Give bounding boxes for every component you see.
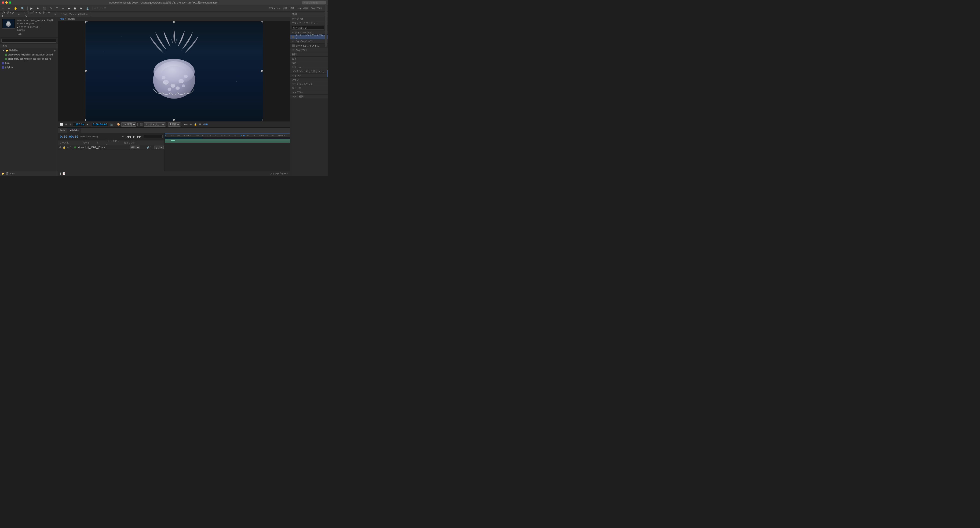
pb-next[interactable]: ▶▶ (137, 135, 142, 138)
turbulent-noise-item[interactable]: ターピュレントノイズ (290, 43, 328, 48)
effects-presets-section[interactable]: エフェクト＆プリセット ≡ (290, 21, 328, 25)
pb-prev[interactable]: ◀◀ (126, 135, 132, 138)
tool1[interactable]: ⬛ (42, 6, 47, 11)
layer-solo-toggle[interactable]: ◎ (67, 146, 69, 149)
home-btn[interactable]: ⌂ (2, 6, 5, 11)
mask-interp-section[interactable]: マスク補間 (290, 95, 328, 99)
tool2[interactable]: ✎ (49, 6, 53, 11)
tool5[interactable]: ◆ (67, 6, 71, 11)
viewer-btn2[interactable]: ⊕ (189, 123, 192, 126)
breadcrumb-holo[interactable]: holo (60, 17, 64, 20)
layer-eye-toggle[interactable]: 👁 (59, 146, 62, 149)
pb-goto-start[interactable]: ⏮ (121, 135, 125, 138)
project-search-input[interactable] (2, 39, 56, 43)
tool3[interactable]: T (55, 6, 59, 11)
tool8[interactable]: ⚓ (85, 6, 90, 11)
channel-select[interactable]: 1 画面 (169, 122, 180, 127)
maximize-button[interactable] (9, 2, 11, 4)
viewer-btn1[interactable]: ⟺ (183, 123, 188, 126)
minimize-button[interactable] (5, 2, 8, 4)
motion-sketch-section[interactable]: モーションスケッチ (290, 82, 328, 86)
viewer-grid-btn[interactable]: ⊞ (65, 123, 68, 126)
layer-clip-bar[interactable] (165, 139, 290, 143)
align-section[interactable]: 整列 (290, 52, 328, 57)
record-btn[interactable]: ⏺ (35, 6, 40, 11)
viewer-fit-btn[interactable]: ⬜ (59, 123, 64, 126)
handle-bl[interactable] (85, 119, 88, 121)
tree-item-jellyfish-file[interactable]: videoblocks-jellyfish-in-an-aquarium-on-… (0, 52, 58, 57)
effects-search-input[interactable] (292, 26, 324, 30)
comp-tab-composition[interactable]: コンポジション jellyfish ≡ (58, 12, 90, 17)
tl-graph-editor[interactable]: 📈 (62, 172, 65, 175)
tl-add-keyframe[interactable]: ⧫ (60, 172, 61, 175)
left-panel: プロジェクト ≡ エフェクトコントロール ▼ videoblocks....10… (0, 12, 58, 176)
noise-grain-section[interactable]: ▼ ノイズ＆グレイン (290, 39, 328, 43)
handle-mb[interactable] (173, 119, 175, 121)
back-btn[interactable]: ↩ (7, 6, 11, 11)
smoother-section[interactable]: スムーザー (290, 86, 328, 90)
handle-tl[interactable] (85, 21, 88, 24)
viewer-btn3[interactable]: 🔒 (193, 123, 197, 126)
tree-item-footage[interactable]: ▼ 📁 映像素材 ▶ (0, 48, 58, 52)
play-btn[interactable]: ▶ (30, 6, 33, 11)
tool4[interactable]: ✏ (61, 6, 65, 11)
cc-library-section[interactable]: CC ライブラリ (290, 48, 328, 52)
viewer-timecode[interactable]: 0:00:00:00 (92, 122, 108, 126)
layer-mode-select[interactable]: 通常 (130, 146, 140, 149)
viewer-safe-btn[interactable]: ⊡ (69, 123, 72, 126)
project-menu-icon[interactable]: ≡ (18, 13, 19, 16)
layer-lock-toggle[interactable]: 🔒 (63, 146, 65, 149)
new-folder-btn[interactable]: 📁 (2, 172, 4, 175)
tracker-section[interactable]: トラッカー (290, 65, 328, 69)
viewer-toggle-btn[interactable]: ⬛ (139, 123, 143, 126)
tool7[interactable]: ✤ (79, 6, 83, 11)
tl-tab-holo[interactable]: holo (58, 128, 67, 133)
zoom-tool[interactable]: 🔍 (20, 6, 25, 11)
brush-section[interactable]: ブラシ (290, 78, 328, 82)
handle-br[interactable] (261, 119, 263, 121)
tree-item-holo[interactable]: holo (0, 61, 58, 65)
workspace-learn[interactable]: 学習 (283, 7, 287, 10)
handle-mt[interactable] (173, 21, 175, 23)
tree-item-cat-file[interactable]: black-fluffy-cat-lying-on-the-floor-in-t… (0, 57, 58, 61)
viewer-plus: +0.0 (203, 123, 208, 126)
window-controls[interactable] (2, 2, 11, 4)
workspace-library[interactable]: ライブラリ (311, 7, 323, 10)
content-aware-section[interactable]: コンテンツに応じた塗りつぶし (290, 69, 328, 73)
handle-mr[interactable] (261, 70, 263, 72)
help-search[interactable] (302, 1, 326, 5)
composition-viewer[interactable] (58, 21, 290, 121)
text-section[interactable]: 文字 (290, 57, 328, 61)
pb-play[interactable]: ▶ (132, 135, 136, 138)
tool6[interactable]: ⬟ (73, 6, 77, 11)
paragraph-section[interactable]: 段落 (290, 61, 328, 65)
viewer-color-btn[interactable]: 🎨 (116, 123, 121, 126)
viewer-btn4[interactable]: ☰ (199, 123, 202, 126)
workspace-default[interactable]: デフォルト (269, 7, 280, 10)
close-button[interactable] (2, 2, 4, 4)
timeline-ruler[interactable]: 0f 10f 20f 01:00f 10f 20f 02:00f 10f 20f… (165, 133, 290, 138)
turbulent-displace-item[interactable]: ターピュレントディスプレイス (290, 35, 328, 39)
handle-ml[interactable] (85, 70, 87, 72)
view-select[interactable]: アクティブカ... (144, 122, 165, 127)
paint-section[interactable]: ペイント (290, 73, 328, 78)
hand-tool[interactable]: ✋ (13, 6, 18, 11)
paragraph-label: 段落 (292, 61, 296, 65)
workspace-standard[interactable]: 標準 (290, 7, 294, 10)
quality-select[interactable]: フル画質 1/2 1/4 (121, 122, 136, 127)
viewer-zoom-toggle[interactable]: ▸ (86, 123, 89, 126)
breadcrumb-jellyfish[interactable]: jellyfish (67, 17, 75, 20)
new-comp-btn[interactable]: 🎬 (6, 172, 8, 175)
viewer-camera-btn[interactable]: 📷 (109, 123, 113, 126)
comp-tab-label: コンポジション (60, 13, 77, 16)
timecode-display[interactable]: 0:00:00:00 (60, 135, 78, 138)
tl-tab-jellyfish[interactable]: jellyfish ≡ (67, 128, 81, 133)
tree-item-jellyfish-comp[interactable]: jellyfish (0, 65, 58, 70)
audio-label: オーディオ (292, 17, 304, 21)
audio-section[interactable]: オーディオ (290, 17, 328, 21)
workspace-small[interactable]: 小さい画面 (297, 7, 309, 10)
wiggler-section[interactable]: ウィグラー (290, 90, 328, 95)
handle-tr[interactable] (261, 21, 263, 24)
timeline-search[interactable] (144, 135, 162, 138)
parent-select[interactable]: なし (154, 146, 164, 149)
